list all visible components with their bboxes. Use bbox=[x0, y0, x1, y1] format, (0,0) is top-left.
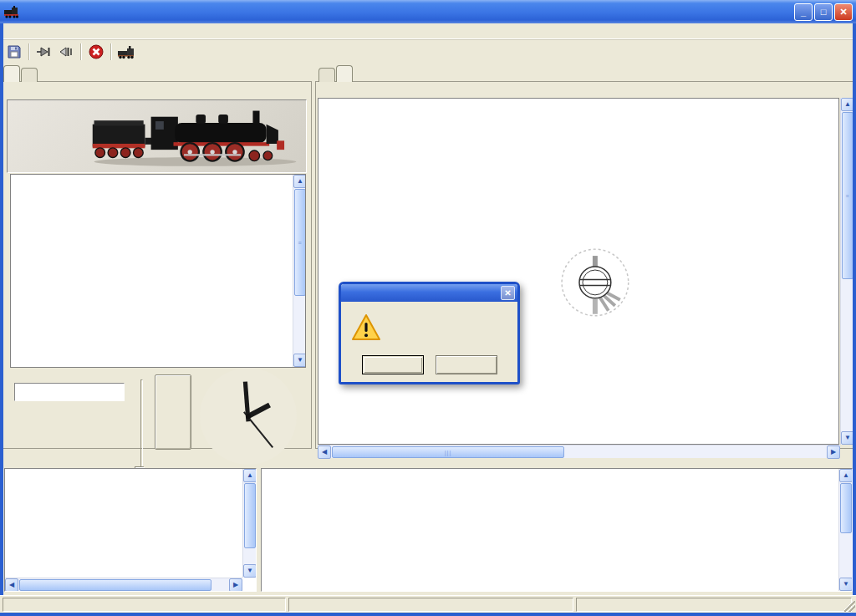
speed-display bbox=[14, 383, 125, 401]
power-off-button[interactable] bbox=[86, 43, 106, 61]
waarschuwingen-box[interactable]: ▲ ▼ bbox=[261, 468, 853, 592]
plan-hscrollbar[interactable]: ◀ ||| ▶ bbox=[318, 445, 840, 458]
dialog-close-icon[interactable]: ✕ bbox=[501, 286, 515, 300]
minimize-button[interactable]: _ bbox=[794, 3, 813, 21]
window-border-left bbox=[0, 23, 3, 613]
status-position bbox=[3, 598, 286, 612]
locomotive-photo bbox=[7, 99, 307, 173]
connect-button[interactable] bbox=[34, 43, 54, 61]
window-border-bottom bbox=[0, 613, 856, 616]
scroll-left-icon[interactable]: ◀ bbox=[5, 578, 18, 592]
scroll-up-icon[interactable]: ▲ bbox=[293, 175, 306, 188]
excepties-hscrollbar[interactable]: ◀ ▶ bbox=[5, 578, 242, 591]
yes-button[interactable] bbox=[362, 355, 424, 374]
scroll-up-icon[interactable]: ▲ bbox=[839, 469, 853, 482]
track-plan[interactable] bbox=[318, 98, 839, 445]
close-button[interactable]: ✕ bbox=[834, 3, 853, 21]
status-extra bbox=[576, 598, 852, 612]
save-button[interactable] bbox=[4, 43, 24, 61]
scrollbar-thumb[interactable]: ≡ bbox=[294, 189, 306, 296]
scroll-down-icon[interactable]: ▼ bbox=[243, 564, 257, 578]
title-bar[interactable]: _ □ ✕ bbox=[0, 0, 856, 23]
window-border-right bbox=[853, 23, 856, 613]
connect-icon bbox=[36, 44, 53, 59]
scroll-right-icon[interactable]: ▶ bbox=[827, 445, 840, 459]
plan-vscrollbar[interactable]: ▲ ≡ ▼ bbox=[840, 98, 853, 445]
no-button[interactable] bbox=[436, 355, 497, 374]
turntable[interactable] bbox=[562, 249, 629, 316]
scrollbar-thumb[interactable]: ≡ bbox=[842, 112, 853, 279]
scroll-left-icon[interactable]: ◀ bbox=[318, 445, 331, 459]
toolbar-separator bbox=[110, 43, 112, 60]
dialog-title-bar[interactable]: ✕ bbox=[341, 284, 517, 302]
waarschuwingen-vscrollbar[interactable]: ▲ ▼ bbox=[838, 469, 852, 591]
slider-track bbox=[140, 379, 143, 476]
warning-icon bbox=[351, 313, 381, 342]
waarschuwingen-list bbox=[263, 471, 837, 589]
save-icon bbox=[7, 44, 22, 59]
status-server bbox=[288, 598, 573, 612]
toolbar bbox=[0, 39, 856, 64]
scrollbar-thumb[interactable] bbox=[244, 483, 256, 548]
locomotive-table: ▲ ≡ ▼ bbox=[10, 174, 306, 368]
confirm-dialog: ✕ bbox=[339, 282, 520, 384]
scroll-down-icon[interactable]: ▼ bbox=[839, 578, 853, 591]
tab-locomotieven[interactable] bbox=[3, 65, 20, 82]
scrollbar-thumb[interactable] bbox=[19, 579, 211, 591]
power-off-icon bbox=[89, 44, 104, 59]
speed-slider[interactable] bbox=[135, 379, 148, 481]
trackplan-panel: ▲ ≡ ▼ ◀ ||| ▶ bbox=[315, 81, 854, 449]
right-tabstrip bbox=[318, 65, 354, 82]
maximize-button[interactable]: □ bbox=[814, 3, 833, 21]
scrollbar-thumb[interactable] bbox=[840, 483, 852, 533]
locomotives-panel: ▲ ≡ ▼ bbox=[2, 81, 312, 449]
resize-grip[interactable] bbox=[844, 601, 855, 612]
excepties-vscrollbar[interactable]: ▲ ▼ bbox=[242, 469, 256, 578]
scrollbar-thumb[interactable]: ||| bbox=[332, 446, 564, 458]
locomotive-button[interactable] bbox=[116, 43, 136, 61]
track-plan-svg bbox=[318, 99, 838, 444]
tab-programmeren[interactable] bbox=[21, 68, 38, 82]
app-icon bbox=[3, 5, 20, 18]
loco-table-header bbox=[11, 175, 305, 191]
scroll-up-icon[interactable]: ▲ bbox=[243, 469, 257, 482]
scroll-right-icon[interactable]: ▶ bbox=[229, 578, 242, 592]
toolbar-separator bbox=[28, 43, 30, 60]
excepties-box[interactable]: ▲ ▼ ◀ ▶ bbox=[4, 468, 257, 592]
locomotive-icon bbox=[117, 44, 135, 59]
disconnect-button[interactable] bbox=[56, 43, 76, 61]
excepties-list bbox=[7, 471, 241, 576]
tab-schattenbahnhof[interactable] bbox=[318, 68, 335, 82]
tab-neustadt-hbf[interactable] bbox=[336, 65, 353, 82]
status-bar bbox=[0, 595, 856, 613]
disconnect-icon bbox=[58, 44, 74, 59]
stop-button[interactable] bbox=[155, 374, 191, 450]
analog-clock bbox=[196, 364, 300, 468]
menu-bar bbox=[0, 23, 856, 39]
table-scrollbar[interactable]: ▲ ≡ ▼ bbox=[293, 175, 306, 367]
rocrail-window: _ □ ✕ bbox=[0, 0, 856, 616]
toolbar-separator bbox=[80, 43, 82, 60]
left-tabstrip bbox=[3, 65, 38, 82]
